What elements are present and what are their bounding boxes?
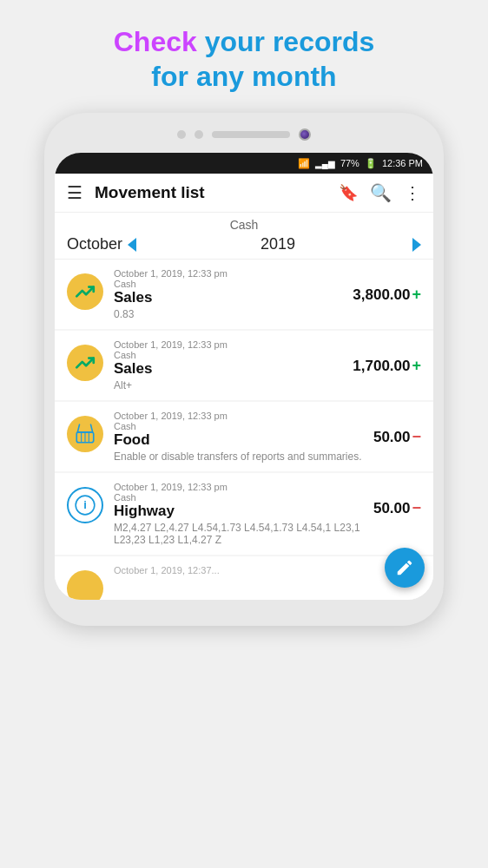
account-section: Cash October 2019 (55, 213, 433, 260)
item-amount-col-4: 50.00 − (373, 499, 421, 517)
account-label: Cash (55, 218, 433, 232)
wifi-icon: 📶 (298, 158, 310, 169)
svg-text:i: i (83, 498, 87, 511)
next-month-arrow[interactable] (412, 238, 421, 252)
item-sign-3: − (412, 428, 421, 446)
item-amount-col-1: 3,800.00 + (353, 286, 421, 304)
item-icon-sales-2 (67, 345, 103, 381)
header-line2: for any month (151, 61, 336, 92)
item-note-1: 0.83 (114, 308, 342, 320)
item-amount-4: 50.00 (373, 500, 411, 517)
item-datetime-3: October 1, 2019, 12:33 pm (114, 411, 363, 421)
item-account-4: Cash (114, 492, 363, 503)
phone-wrapper: 📶 ▂▄▆ 77% 🔋 12:36 PM ☰ Movement list 🔖 🔍… (44, 113, 444, 626)
item-amount-col-2: 1,700.00 + (353, 357, 421, 375)
item-icon-sales-1 (67, 273, 103, 310)
header-line1-rest: your records (197, 26, 375, 57)
phone-speaker (212, 131, 290, 138)
item-icon-partial (67, 570, 103, 600)
list-item[interactable]: i October 1, 2019, 12:33 pm Cash Highway… (55, 473, 433, 555)
item-body-1: October 1, 2019, 12:33 pm Cash Sales 0.8… (114, 268, 342, 320)
item-account-3: Cash (114, 421, 363, 431)
item-sign-2: + (412, 357, 421, 375)
month-label: October (67, 235, 122, 253)
time-display: 12:36 PM (382, 158, 423, 168)
search-icon[interactable]: 🔍 (370, 182, 392, 203)
list-container: October 1, 2019, 12:33 pm Cash Sales 0.8… (55, 260, 433, 600)
item-amount-2: 1,700.00 (353, 358, 410, 375)
prev-month-arrow[interactable] (128, 238, 136, 252)
list-item[interactable]: October 1, 2019, 12:33 pm Cash Food Enab… (55, 402, 433, 471)
phone-dot-2 (195, 130, 203, 139)
phone-dot-1 (177, 130, 186, 139)
item-note-4: M2,4.27 L2,4.27 L4.54,1.73 L4.54,1.73 L4… (114, 522, 363, 546)
toolbar: ☰ Movement list 🔖 🔍 ⋮ (55, 174, 433, 213)
item-name-3: Food (114, 431, 363, 449)
item-body-2: October 1, 2019, 12:33 pm Cash Sales Alt… (114, 339, 342, 391)
year-label: 2019 (143, 235, 412, 253)
item-sign-4: − (412, 499, 421, 517)
page-title: Movement list (95, 183, 326, 202)
bookmark-icon[interactable]: 🔖 (339, 183, 358, 202)
item-icon-food (67, 416, 103, 452)
item-amount-3: 50.00 (373, 429, 411, 446)
signal-bars: ▂▄▆ (315, 159, 335, 168)
item-body-4: October 1, 2019, 12:33 pm Cash Highway M… (114, 482, 363, 546)
list-item[interactable]: October 1, 2019, 12:33 pm Cash Sales 0.8… (55, 260, 433, 329)
item-datetime-2: October 1, 2019, 12:33 pm (114, 339, 342, 350)
battery-percentage: 77% (340, 158, 359, 168)
item-account-1: Cash (114, 279, 342, 289)
item-icon-highway: i (67, 487, 103, 523)
item-datetime-1: October 1, 2019, 12:33 pm (114, 268, 342, 279)
item-body-3: October 1, 2019, 12:33 pm Cash Food Enab… (114, 411, 363, 463)
fab-button[interactable] (385, 548, 425, 588)
battery-icon: 🔋 (365, 158, 377, 169)
item-amount-col-3: 50.00 − (373, 428, 421, 446)
phone-camera (299, 128, 311, 141)
status-bar: 📶 ▂▄▆ 77% 🔋 12:36 PM (55, 153, 433, 174)
list-item[interactable]: October 1, 2019, 12:33 pm Cash Sales Alt… (55, 331, 433, 400)
item-name-2: Sales (114, 360, 342, 378)
item-name-1: Sales (114, 289, 342, 306)
item-datetime-4: October 1, 2019, 12:33 pm (114, 482, 363, 492)
hamburger-icon[interactable]: ☰ (67, 182, 82, 203)
list-item-partial: October 1, 2019, 12:37... (55, 556, 433, 600)
month-year-row[interactable]: October 2019 (55, 232, 433, 259)
phone-screen: 📶 ▂▄▆ 77% 🔋 12:36 PM ☰ Movement list 🔖 🔍… (55, 153, 433, 600)
item-sign-1: + (412, 286, 421, 304)
item-account-2: Cash (114, 350, 342, 360)
header-text: Check your records for any month (96, 9, 392, 113)
item-datetime-partial: October 1, 2019, 12:37... (114, 565, 421, 575)
phone-top-bar (55, 128, 433, 141)
check-word: Check (114, 26, 197, 57)
item-note-2: Alt+ (114, 379, 342, 391)
more-options-icon[interactable]: ⋮ (404, 182, 421, 203)
item-body-partial: October 1, 2019, 12:37... (114, 565, 421, 575)
item-name-4: Highway (114, 503, 363, 520)
item-note-3: Enable or disable transfers of reports a… (114, 450, 363, 463)
item-amount-1: 3,800.00 (353, 286, 410, 304)
